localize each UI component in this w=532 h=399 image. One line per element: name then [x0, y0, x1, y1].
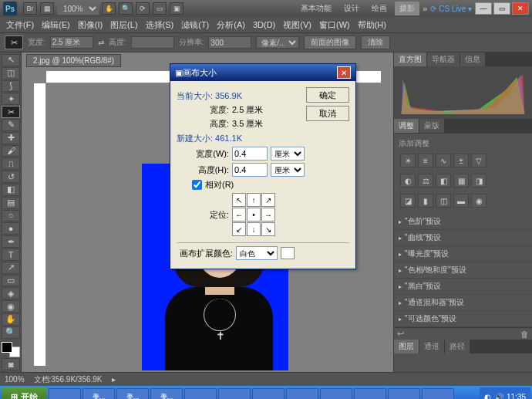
- menu-help[interactable]: 帮助(H): [355, 18, 389, 32]
- menu-filter[interactable]: 滤镜(T): [178, 18, 212, 32]
- menu-edit[interactable]: 编辑(E): [39, 18, 73, 32]
- dialog-close-button[interactable]: ✕: [337, 66, 351, 79]
- adj-photo-icon[interactable]: ▦: [453, 174, 469, 188]
- tab-mask[interactable]: 蒙版: [419, 119, 445, 133]
- menu-window[interactable]: 窗口(W): [316, 18, 353, 32]
- new-height-input[interactable]: [232, 163, 268, 177]
- preset-levels[interactable]: "色阶"预设: [394, 214, 532, 230]
- rotate-icon[interactable]: ⟳: [136, 2, 150, 15]
- menu-select[interactable]: 选择(S): [143, 18, 177, 32]
- adj-colbal-icon[interactable]: ⚖: [418, 174, 433, 188]
- menu-layer[interactable]: 图层(L): [107, 18, 140, 32]
- crop-tool[interactable]: ✂: [2, 106, 20, 118]
- zoom-select[interactable]: 100%: [57, 3, 99, 15]
- status-zoom[interactable]: 100%: [5, 375, 25, 384]
- anchor-ne[interactable]: ↗: [261, 193, 275, 207]
- task-button[interactable]: [320, 388, 352, 399]
- adj-bw-icon[interactable]: ◧: [436, 174, 451, 188]
- anchor-sw[interactable]: ↙: [232, 222, 246, 236]
- dialog-titlebar[interactable]: ▣ 画布大小 ✕: [170, 64, 355, 81]
- tray-clock[interactable]: 11:35: [507, 393, 526, 400]
- lasso-tool[interactable]: ⟆: [2, 80, 20, 93]
- ruler-vertical[interactable]: [34, 83, 46, 366]
- tab-adjust[interactable]: 调整: [394, 119, 419, 133]
- anchor-nw[interactable]: ↖: [232, 193, 246, 207]
- menu-file[interactable]: 文件(F): [3, 18, 37, 32]
- workspace-tab-design[interactable]: 设计: [339, 2, 364, 15]
- preset-return-icon[interactable]: ↩: [397, 329, 404, 339]
- preset-mixer[interactable]: "通道混和器"预设: [394, 295, 532, 311]
- anchor-e[interactable]: →: [261, 208, 275, 221]
- gradient-tool[interactable]: ▤: [2, 197, 20, 209]
- tab-paths[interactable]: 路径: [445, 340, 470, 353]
- workspace-tab-paint[interactable]: 绘画: [367, 2, 392, 15]
- hand-icon[interactable]: ✋: [102, 2, 116, 15]
- preset-exposure[interactable]: "曝光度"预设: [394, 246, 532, 262]
- task-button[interactable]: [252, 388, 285, 399]
- pen-tool[interactable]: ✒: [2, 235, 20, 248]
- arrange-icon[interactable]: ▭: [153, 2, 167, 15]
- document-tab[interactable]: 2.jpg @ 100%(RGB/8#): [26, 54, 121, 67]
- cs-live-button[interactable]: ⟳ CS Live ▾: [430, 5, 472, 13]
- shape-tool[interactable]: ▭: [2, 275, 20, 287]
- maximize-button[interactable]: ▭: [493, 2, 510, 15]
- adj-mixer-icon[interactable]: ◨: [471, 174, 487, 188]
- tab-histogram[interactable]: 直方图: [394, 52, 427, 66]
- workspace-tab-basic[interactable]: 基本功能: [296, 2, 336, 15]
- adj-invert-icon[interactable]: ◪: [400, 194, 416, 208]
- adj-hue-icon[interactable]: ◐: [400, 174, 416, 188]
- preset-hue[interactable]: "色相/饱和度"预设: [394, 262, 532, 279]
- marquee-tool[interactable]: ◫: [2, 67, 20, 79]
- task-button[interactable]: 美...: [82, 388, 115, 399]
- adj-exposure-icon[interactable]: ±: [453, 154, 469, 167]
- task-button[interactable]: [354, 388, 386, 399]
- eyedropper-tool[interactable]: ✎: [2, 119, 20, 131]
- width-unit-select[interactable]: 厘米: [271, 147, 305, 161]
- bridge-icon[interactable]: Br: [23, 2, 37, 15]
- anchor-s[interactable]: ↓: [247, 222, 261, 236]
- color-swatches[interactable]: [2, 342, 20, 358]
- swap-icon[interactable]: ⇄: [98, 39, 104, 47]
- opt-res-unit[interactable]: 像素/...: [256, 36, 299, 49]
- menu-image[interactable]: 图像(I): [75, 18, 106, 32]
- zoom-tool[interactable]: 🔍: [2, 326, 20, 339]
- stamp-tool[interactable]: ⎍: [2, 157, 20, 170]
- adj-vibrance-icon[interactable]: ▽: [471, 154, 487, 167]
- task-button[interactable]: [388, 388, 420, 399]
- clear-button[interactable]: 清除: [361, 36, 390, 49]
- task-button[interactable]: [49, 388, 81, 399]
- menu-analysis[interactable]: 分析(A): [214, 18, 248, 32]
- history-brush-tool[interactable]: ↺: [2, 171, 20, 183]
- eraser-tool[interactable]: ◧: [2, 184, 20, 196]
- brush-tool[interactable]: 🖌: [2, 145, 20, 157]
- tab-navigator[interactable]: 导航器: [427, 52, 460, 66]
- ext-color-swatch[interactable]: [281, 247, 295, 259]
- cancel-button[interactable]: 取消: [306, 106, 349, 121]
- task-button[interactable]: [422, 388, 454, 399]
- adj-levels-icon[interactable]: ≡: [418, 154, 433, 167]
- tab-info[interactable]: 信息: [460, 52, 486, 66]
- adj-poster-icon[interactable]: ▮: [418, 194, 433, 208]
- anchor-c[interactable]: •: [247, 208, 261, 221]
- heal-tool[interactable]: ✚: [2, 132, 20, 144]
- path-tool[interactable]: ↗: [2, 262, 20, 274]
- blur-tool[interactable]: ○: [2, 210, 20, 222]
- status-arrow-icon[interactable]: ▸: [112, 375, 116, 384]
- ok-button[interactable]: 确定: [306, 87, 349, 103]
- move-tool[interactable]: ↖: [2, 54, 20, 66]
- 3d-tool[interactable]: ◈: [2, 287, 20, 299]
- workspace-tab-photo[interactable]: 摄影: [395, 2, 419, 15]
- tab-layers[interactable]: 图层: [394, 340, 419, 353]
- minibridge-icon[interactable]: ▦: [40, 2, 54, 15]
- adj-brightness-icon[interactable]: ☀: [400, 154, 416, 167]
- opt-width-input[interactable]: [50, 36, 93, 49]
- tray-icon[interactable]: 🔊: [494, 393, 503, 400]
- 3d-camera-tool[interactable]: ◉: [2, 300, 20, 313]
- text-tool[interactable]: T: [2, 249, 20, 261]
- new-width-input[interactable]: [232, 147, 268, 161]
- front-image-button[interactable]: 前面的图像: [304, 36, 356, 49]
- preset-delete-icon[interactable]: 🗑: [520, 330, 529, 339]
- menu-3d[interactable]: 3D(D): [250, 19, 278, 31]
- tray-icon[interactable]: ◐: [484, 393, 491, 400]
- adj-selcol-icon[interactable]: ◉: [471, 194, 487, 208]
